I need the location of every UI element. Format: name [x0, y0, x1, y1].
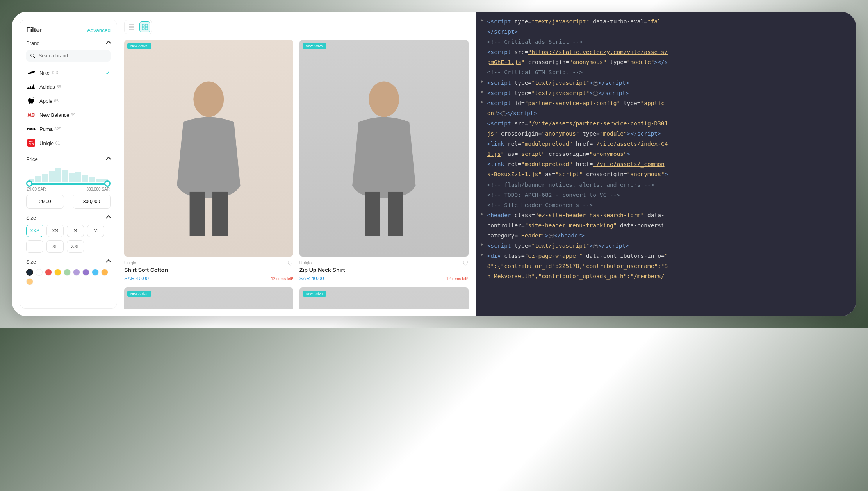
code-line[interactable]: s-BosuxZz1-1.js" as="script" crossorigin… [479, 169, 853, 179]
view-grid-button[interactable] [139, 21, 150, 32]
devtools-panel: ▶<script type="text/javascript" data-tur… [476, 12, 856, 316]
code-line[interactable]: <!-- Critical ads Script --> [479, 37, 853, 47]
code-line[interactable]: <!-- flash/banner notices, alerts, and e… [479, 180, 853, 190]
code-line[interactable]: 8":{"contributor_id":225178,"contributor… [479, 261, 853, 271]
code-line[interactable]: ▶<script type="text/javascript">⋯</scrip… [479, 241, 853, 251]
size-options: XXSXSSMLXLXXL [26, 225, 111, 253]
svg-rect-12 [365, 192, 380, 236]
brand-logo-icon [26, 83, 36, 91]
view-list-button[interactable] [126, 21, 137, 32]
brand-item-puma[interactable]: PUMAPuma325 [26, 122, 111, 136]
code-line[interactable]: ▶<script type="text/javascript" data-tur… [479, 16, 853, 27]
heart-icon[interactable] [462, 260, 469, 266]
color-header[interactable]: Size [26, 259, 111, 265]
price-min-input[interactable] [26, 195, 64, 209]
color-swatch[interactable] [64, 269, 71, 276]
expand-icon[interactable]: ▶ [481, 210, 484, 218]
size-option-xxs[interactable]: XXS [26, 225, 43, 237]
code-line[interactable]: </script> [479, 27, 853, 37]
expand-icon[interactable]: ▶ [481, 241, 484, 248]
product-card[interactable]: New Arrival Uniqlo Zip Up Neck Shirt SAR… [299, 40, 469, 281]
expand-icon[interactable]: ▶ [481, 251, 484, 259]
product-card[interactable]: New Arrival Uniqlo Shirt Soft Cotton [299, 287, 469, 309]
slider-max-handle[interactable] [104, 180, 111, 187]
brand-item-apple[interactable]: Apple65 [26, 94, 111, 108]
product-price: SAR 40.00 [124, 275, 149, 281]
size-option-m[interactable]: M [87, 225, 104, 237]
size-option-xs[interactable]: XS [46, 225, 64, 237]
price-slider[interactable] [29, 183, 108, 185]
color-swatch[interactable] [45, 269, 52, 276]
color-swatch[interactable] [73, 269, 80, 276]
expand-icon[interactable]: ▶ [481, 78, 484, 86]
brand-item-new-balance[interactable]: NBNew Balance99 [26, 108, 111, 122]
size-header[interactable]: Size [26, 215, 111, 221]
color-swatch[interactable] [54, 269, 61, 276]
svg-rect-9 [190, 192, 205, 236]
product-card[interactable]: New Arrival Uniqlo Shirt Soft Cotton SAR… [124, 40, 293, 281]
price-max-input[interactable] [73, 195, 111, 209]
product-image-wrap: New Arrival [299, 287, 469, 309]
stock-warning: 12 items left! [446, 277, 469, 281]
brand-logo-icon: UNIQLO [26, 139, 36, 147]
size-section: Size XXSXSSMLXLXXL [26, 215, 111, 253]
expand-icon[interactable]: ▶ [481, 16, 484, 24]
slider-min-handle[interactable] [26, 180, 32, 187]
svg-rect-4 [142, 24, 144, 27]
color-swatch[interactable] [26, 278, 33, 285]
brand-header[interactable]: Brand [26, 40, 111, 46]
code-line[interactable]: ▶<div class="ez-page-wrapper" data-contr… [479, 251, 853, 261]
price-histogram [26, 166, 111, 182]
code-line[interactable]: <!-- TODO: APCH-682 - convert to VC --> [479, 190, 853, 200]
code-line[interactable]: <script src="https://static.vecteezy.com… [479, 47, 853, 57]
code-line[interactable]: js" crossorigin="anonymous" type="module… [479, 129, 853, 139]
color-swatch[interactable] [82, 269, 89, 276]
expand-icon[interactable]: ▶ [481, 88, 484, 96]
size-option-xxl[interactable]: XXL [67, 240, 84, 253]
check-icon: ✓ [105, 69, 111, 77]
code-line[interactable]: <!-- Critical GTM Script --> [479, 67, 853, 77]
code-line[interactable]: pmGhE-1.js" crossorigin="anonymous" type… [479, 57, 853, 67]
svg-rect-6 [142, 27, 144, 30]
code-line[interactable]: <link rel="modulepreload" href="/vite/as… [479, 159, 853, 169]
price-header[interactable]: Price [26, 156, 111, 162]
expand-icon[interactable]: ▶ [481, 98, 484, 106]
size-option-l[interactable]: L [26, 240, 43, 253]
code-line[interactable]: <script src="/vite/assets/partner-servic… [479, 118, 853, 129]
code-line[interactable]: 1.js" as="script" crossorigin="anonymous… [479, 149, 853, 159]
code-line[interactable]: controller="site-header menu-tracking" d… [479, 220, 853, 230]
heart-icon[interactable] [287, 260, 293, 266]
brand-search-input[interactable] [39, 53, 107, 59]
brand-search[interactable] [26, 50, 111, 62]
code-line[interactable]: <link rel="modulepreload" href="/vite/as… [479, 139, 853, 149]
code-line[interactable]: on">⋯</script> [479, 108, 853, 118]
color-swatch[interactable] [101, 269, 108, 276]
brand-item-uniqlo[interactable]: UNIQLOUniqlo61 [26, 136, 111, 150]
code-line[interactable]: ▶<header class="ez-site-header has-searc… [479, 210, 853, 220]
product-title: Shirt Soft Cotton [124, 267, 293, 273]
size-option-s[interactable]: S [67, 225, 84, 237]
color-swatch[interactable] [92, 269, 99, 276]
code-line[interactable]: h Mekvorawuth","contributor_uploads_path… [479, 271, 853, 281]
search-icon [30, 53, 36, 59]
svg-rect-7 [145, 27, 148, 30]
product-image [145, 51, 272, 257]
color-swatch[interactable] [26, 269, 33, 276]
chevron-up-icon [106, 40, 111, 46]
svg-rect-3 [129, 28, 134, 29]
svg-point-0 [31, 54, 34, 57]
brand-item-adidas[interactable]: Adidas55 [26, 80, 111, 94]
brand-item-nike[interactable]: Nike123✓ [26, 66, 111, 80]
size-option-xl[interactable]: XL [46, 240, 64, 253]
color-swatch[interactable] [36, 269, 43, 276]
code-line[interactable]: ▶<script id="partner-service-api-config"… [479, 98, 853, 108]
code-line[interactable]: ▶<script type="text/javascript">⋯</scrip… [479, 88, 853, 98]
code-line[interactable]: ▶<script type="text/javascript">⋯</scrip… [479, 78, 853, 88]
source-code[interactable]: ▶<script type="text/javascript" data-tur… [479, 16, 853, 281]
product-image [321, 51, 447, 257]
product-card[interactable]: New Arrival Uniqlo Shirt Soft Cotton [124, 287, 293, 309]
product-brand: Uniqlo [299, 261, 312, 265]
advanced-link[interactable]: Advanced [87, 27, 111, 33]
code-line[interactable]: category="Header">⋯</header> [479, 230, 853, 241]
code-line[interactable]: <!-- Site Header Components --> [479, 200, 853, 210]
